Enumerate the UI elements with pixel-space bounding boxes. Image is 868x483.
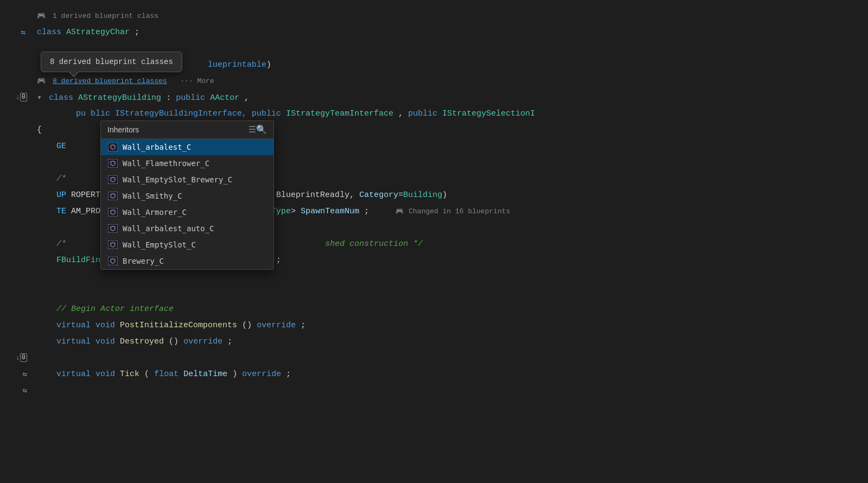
dropdown-item-7[interactable]: Brewery_C [101, 253, 273, 269]
bp-class-icon-7 [107, 256, 118, 266]
bp-class-icon-3 [107, 190, 118, 201]
open-brace: { [37, 125, 42, 135]
svg-rect-28 [108, 257, 118, 265]
fn-tick: Tick [120, 370, 139, 379]
fn-destroyed: Destroyed [120, 337, 164, 346]
bp-class-icon-1 [107, 158, 118, 169]
bp-class-icon-6 [107, 239, 118, 250]
collapse-icon[interactable]: ↓ [15, 93, 20, 101]
line-class-strategy-char: ⇆ class AStrategyChar ; [0, 24, 868, 40]
comment-begin-actor: // Begin Actor interface [37, 304, 174, 314]
line-class-strategy-building: ↓ 0 ▾ class AStrategyBuilding : public A… [0, 89, 868, 105]
macro-uproperty: UP [37, 190, 66, 200]
inheritors-dropdown[interactable]: Inheritors ☰🔍 Wall_arbalest_C Wall_Flame… [100, 120, 274, 270]
line-interfaces: pu blic IStrategyBuildingInterface, publ… [0, 105, 868, 122]
bp-class-icon-5 [107, 223, 118, 234]
svg-rect-0 [108, 143, 118, 151]
line-begin-actor: // Begin Actor interface [0, 301, 868, 317]
bp-class-icon-0 [107, 142, 118, 152]
item-label-7: Brewery_C [123, 257, 164, 265]
nav-last-icon[interactable]: ⇆ [23, 386, 27, 395]
svg-rect-24 [108, 240, 118, 249]
keyword-class: class [37, 28, 61, 37]
gutter-nav-last: ⇆ [0, 386, 33, 395]
dropdown-header: Inheritors ☰🔍 [101, 121, 273, 139]
line-last-nav: ⇆ [0, 382, 868, 398]
line-content-1: 🎮 1 derived blueprint class [33, 11, 863, 21]
dropdown-item-0[interactable]: Wall_arbalest_C [101, 139, 273, 155]
comment-construction: /* [37, 239, 66, 249]
gutter-down-2: ↓ 0 [0, 353, 33, 362]
derived-class-count-1: 1 derived blueprint class [53, 12, 158, 20]
tooltip-bubble: 8 derived blueprint classes [41, 52, 182, 72]
fold-marker[interactable]: ▾ [37, 93, 42, 103]
item-label-2: Wall_EmptySlot_Brewery_C [123, 175, 232, 184]
line-gutter-down2: ↓ 0 [0, 349, 868, 366]
dropdown-item-3[interactable]: Wall_Smithy_C [101, 188, 273, 204]
svg-rect-12 [108, 192, 118, 200]
spawn-team-num: SpawnTeamNum [301, 207, 359, 216]
macro-generated: GE [37, 142, 66, 151]
semicolon: ; [135, 28, 139, 37]
dropdown-item-5[interactable]: Wall_arbalest_auto_C [101, 220, 273, 237]
dropdown-item-6[interactable]: Wall_EmptySlot_C [101, 237, 273, 253]
bp-class-icon-2 [107, 174, 118, 185]
bp-class-icon-4 [107, 207, 118, 218]
keyword-class-2: class [49, 93, 73, 103]
nav-arrow-icon[interactable]: ⇆ [21, 28, 25, 37]
category-value: Building [403, 190, 442, 200]
class-name-building: AStrategyBuilding [78, 93, 161, 103]
blueprint-icon-2: 🎮 [37, 77, 46, 85]
line-content-class-char: class AStrategyChar ; [33, 28, 863, 37]
class-name-strategy-char: AStrategyChar [66, 28, 130, 37]
svg-rect-4 [108, 159, 118, 168]
tooltip-text: 8 derived blueprint classes [50, 58, 173, 66]
line-1: 🎮 1 derived blueprint class [0, 8, 868, 24]
blueprint-icon-1: 🎮 [37, 12, 46, 20]
gutter-nav-tick: ⇆ [0, 370, 33, 379]
line-post-init: virtual void PostInitializeComponents ()… [0, 317, 868, 333]
svg-rect-8 [108, 175, 118, 184]
item-label-4: Wall_Armorer_C [123, 208, 187, 217]
param-delta-time: DeltaTime [183, 370, 227, 379]
fn-post-init: PostInitializeComponents [120, 321, 237, 330]
line-8-derived: 🎮 8 derived blueprint classes ··· More [0, 73, 868, 89]
changed-icon: 🎮 [395, 208, 404, 215]
item-label-3: Wall_Smithy_C [123, 192, 182, 200]
dropdown-title: Inheritors [107, 125, 139, 134]
line-destroyed: virtual void Destroyed () override ; [0, 333, 868, 349]
gutter-nav-1: ⇆ [0, 28, 33, 37]
gutter-down-0: ↓ 0 [0, 93, 33, 101]
item-label-0: Wall_arbalest_C [123, 143, 191, 151]
svg-rect-20 [108, 224, 118, 233]
interface-text: blic IStrategyBuildingInterface, [91, 109, 252, 118]
svg-rect-16 [108, 208, 118, 217]
item-label-5: Wall_arbalest_auto_C [123, 224, 214, 233]
line-empty-4 [0, 268, 868, 284]
dropdown-item-4[interactable]: Wall_Armorer_C [101, 204, 273, 220]
keyword-public-1: public [176, 93, 205, 103]
derived-classes-link[interactable]: 8 derived blueprint classes [53, 77, 167, 85]
more-text[interactable]: ··· More [172, 77, 214, 85]
line-empty-5 [0, 284, 868, 301]
comment-slash: /* [37, 174, 66, 183]
nav-tick-icon[interactable]: ⇆ [23, 370, 27, 379]
base-class-aactor: AActor [210, 93, 239, 103]
dropdown-item-2[interactable]: Wall_EmptySlot_Brewery_C [101, 171, 273, 188]
dropdown-item-1[interactable]: Wall_Flamethrower_C [101, 155, 273, 171]
line-content-building: ▾ class AStrategyBuilding : public AActo… [33, 92, 863, 103]
colon-public: : [166, 93, 176, 103]
keyword-public-2: pu [37, 109, 86, 118]
item-label-6: Wall_EmptySlot_C [123, 240, 196, 249]
macro-team: TE [37, 207, 66, 216]
line-tick: ⇆ virtual void Tick ( float DeltaTime ) … [0, 366, 868, 382]
changed-in-blueprints: Changed in 16 blueprints [409, 207, 510, 215]
search-filter-icon[interactable]: ☰🔍 [248, 124, 267, 135]
item-label-1: Wall_Flamethrower_C [123, 159, 209, 168]
zero-badge: 0 [20, 93, 27, 101]
